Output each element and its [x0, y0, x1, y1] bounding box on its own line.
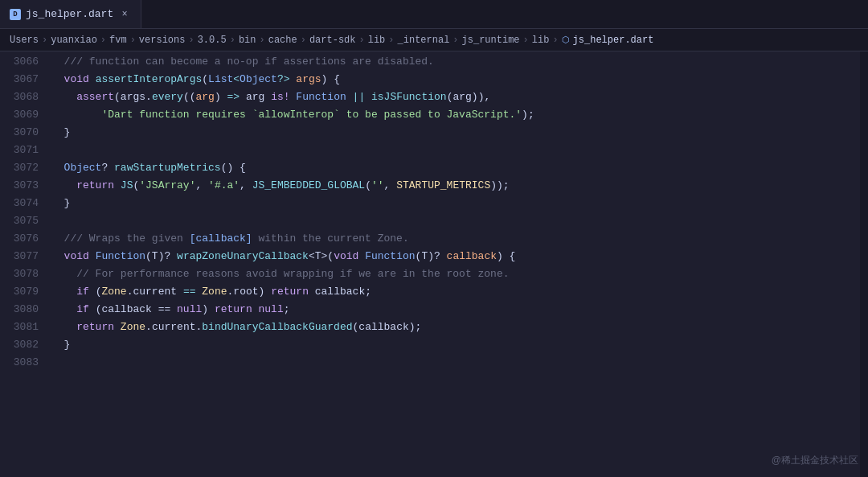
breadcrumb-sep2: ›	[100, 35, 106, 46]
token: callback;	[309, 286, 371, 298]
token: root	[233, 286, 258, 298]
code-line: }	[51, 336, 860, 354]
token: ?>	[277, 73, 290, 85]
token: ''	[371, 179, 384, 191]
tab-close-button[interactable]: ×	[118, 8, 131, 21]
token: Zone	[121, 321, 145, 333]
line-number: 3070	[6, 124, 39, 142]
breadcrumb-versions[interactable]: versions	[139, 35, 186, 46]
token: <	[233, 73, 240, 85]
token: ((	[183, 91, 196, 103]
code-line: void Function(T)? wrapZoneUnaryCallback<…	[51, 248, 860, 265]
token: ;	[284, 303, 290, 315]
token: <T>(	[309, 250, 334, 262]
watermark: @稀土掘金技术社区	[772, 454, 858, 467]
line-number: 3069	[6, 106, 39, 124]
token	[89, 250, 96, 262]
token: ));	[490, 179, 509, 191]
breadcrumb-lib2[interactable]: lib	[532, 35, 550, 46]
token: (	[114, 91, 121, 103]
editor-area: 3066306730683069307030713072307330743075…	[0, 51, 868, 477]
token: ==	[177, 286, 202, 298]
breadcrumb-sep12: ›	[552, 35, 558, 46]
breadcrumb-lib[interactable]: lib	[368, 35, 386, 46]
breadcrumb-users[interactable]: Users	[10, 35, 39, 46]
line-number: 3077	[6, 248, 39, 265]
token: rawStartupMetrics	[114, 162, 221, 174]
line-number: 3078	[6, 265, 39, 283]
token: return	[271, 286, 309, 298]
token: is!	[271, 91, 289, 103]
scrollbar[interactable]	[860, 51, 868, 477]
token: ) {	[497, 250, 515, 262]
breadcrumb-sep9: ›	[388, 35, 394, 46]
line-number: 3076	[6, 230, 39, 248]
token: [callback]	[190, 232, 252, 245]
token	[114, 179, 121, 191]
token: '#.a'	[208, 179, 240, 191]
token	[114, 321, 121, 333]
code-line: /// Wraps the given [callback] within th…	[51, 230, 860, 248]
token: if	[76, 286, 89, 298]
breadcrumb-yuanxiao[interactable]: yuanxiao	[51, 35, 97, 46]
token: }	[64, 126, 71, 138]
token: ) {	[321, 73, 340, 85]
breadcrumb-jsruntime[interactable]: js_runtime	[462, 35, 520, 46]
breadcrumb-internal[interactable]: _internal	[398, 35, 450, 46]
breadcrumb-bin[interactable]: bin	[239, 35, 256, 46]
token: List	[208, 73, 233, 85]
token: null	[259, 303, 284, 315]
token: void	[64, 250, 89, 262]
token	[51, 268, 76, 280]
breadcrumb-sep: ›	[42, 35, 47, 46]
token	[89, 73, 96, 85]
token	[51, 109, 101, 121]
token: Function	[296, 91, 346, 103]
token	[51, 56, 64, 68]
token: Object	[240, 73, 277, 85]
breadcrumb-cache[interactable]: cache	[268, 35, 297, 46]
token: void	[334, 250, 358, 262]
token: if	[76, 303, 89, 315]
active-tab[interactable]: D js_helper.dart ×	[0, 0, 141, 28]
code-content[interactable]: /// function can become a no-op if asser…	[45, 51, 860, 477]
token: STARTUP_METRICS	[396, 179, 490, 191]
token	[51, 162, 64, 174]
token: )	[259, 286, 272, 298]
line-number: 3068	[6, 88, 39, 106]
app-window: D js_helper.dart × Users › yuanxiao › fv…	[0, 0, 868, 477]
token: (	[89, 286, 102, 298]
breadcrumb-sep11: ›	[523, 35, 529, 46]
breadcrumb-305[interactable]: 3.0.5	[198, 35, 227, 46]
token: (callback ==	[89, 303, 177, 315]
tab-filename: js_helper.dart	[26, 8, 113, 20]
breadcrumb-sep7: ›	[301, 35, 306, 46]
line-number: 3073	[6, 177, 39, 195]
token: args	[290, 73, 321, 85]
code-line: // For performance reasons avoid wrappin…	[51, 265, 860, 283]
code-line: return JS('JSArray', '#.a', JS_EMBEDDED_…	[51, 177, 860, 195]
token: () {	[221, 162, 246, 174]
breadcrumb-filename: js_helper.dart	[573, 35, 654, 46]
token: return	[76, 321, 114, 333]
code-line: if (callback == null) return null;	[51, 301, 860, 319]
line-numbers: 3066306730683069307030713072307330743075…	[0, 51, 45, 477]
code-line: /// function can become a no-op if asser…	[51, 53, 860, 71]
token	[358, 250, 365, 262]
breadcrumb-dartsdk[interactable]: dart-sdk	[309, 35, 356, 46]
code-line: assert(args.every((arg) => arg is! Funct…	[51, 88, 860, 106]
token: (T)?	[145, 250, 177, 262]
code-line	[51, 212, 860, 230]
token: }	[64, 339, 71, 351]
token: (	[202, 73, 208, 85]
token: 'JSArray'	[139, 179, 195, 191]
token: // For performance reasons avoid wrappin…	[76, 268, 509, 280]
token: JS	[121, 179, 133, 191]
token: Zone	[202, 286, 227, 298]
token: within the current Zone.	[252, 232, 409, 245]
breadcrumb-fvm[interactable]: fvm	[109, 35, 127, 46]
line-number: 3067	[6, 71, 39, 88]
token: );	[522, 109, 534, 121]
token: ||	[346, 91, 371, 103]
token	[51, 179, 76, 191]
